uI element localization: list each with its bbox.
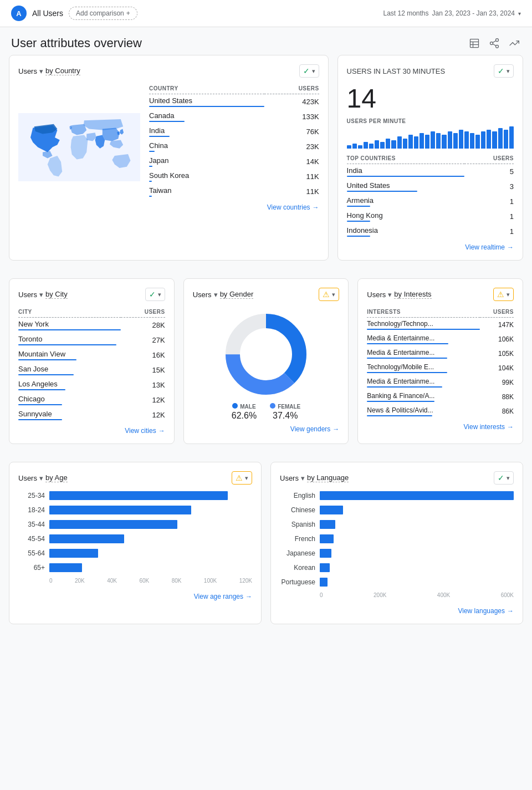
gender-title: Users ▾ by Gender bbox=[193, 290, 254, 299]
view-genders-link[interactable]: View genders → bbox=[193, 425, 340, 433]
view-realtime-link[interactable]: View realtime → bbox=[347, 243, 514, 251]
col-users: USERS bbox=[264, 83, 319, 94]
age-bar-row: 65+ bbox=[18, 563, 252, 572]
bar bbox=[498, 128, 503, 149]
dropdown-arrow-icon-interests: ▾ bbox=[507, 291, 510, 298]
add-comparison-button[interactable]: Add comparison + bbox=[69, 7, 137, 20]
svg-point-6 bbox=[496, 45, 499, 48]
bar bbox=[364, 142, 368, 149]
dropdown-arrow-icon-gender: ▾ bbox=[332, 291, 335, 298]
table-row: New York 28K bbox=[18, 318, 165, 333]
per-minute-chart bbox=[347, 126, 514, 149]
share-icon[interactable] bbox=[488, 37, 501, 50]
trend-icon[interactable] bbox=[508, 37, 521, 50]
city-data-table: CITY USERS New York 28K Toronto 27K Moun… bbox=[18, 307, 165, 422]
bar bbox=[436, 133, 441, 149]
view-age-link[interactable]: View age ranges → bbox=[18, 593, 252, 600]
country-card-header: Users ▾ by Country ✓ ▾ bbox=[18, 64, 319, 78]
table-row: Chicago 12K bbox=[18, 393, 165, 407]
table-row: Media & Entertainme... 106K bbox=[367, 332, 514, 346]
svg-line-7 bbox=[493, 44, 496, 45]
realtime-filter-dropdown[interactable]: ✓ ▾ bbox=[494, 64, 514, 78]
city-card-header: Users ▾ by City ✓ ▾ bbox=[18, 288, 165, 301]
bar bbox=[487, 130, 491, 149]
female-label: FEMALE bbox=[278, 404, 300, 410]
age-bar-chart: 25-34 18-24 35-44 45-54 55-64 bbox=[18, 491, 252, 572]
date-range: Jan 23, 2023 - Jan 23, 2024 bbox=[432, 9, 515, 17]
bar bbox=[397, 136, 402, 149]
dropdown-arrow-icon: ▾ bbox=[312, 68, 315, 75]
table-row: Media & Entertainme... 105K bbox=[367, 346, 514, 361]
city-filter-dropdown[interactable]: ✓ ▾ bbox=[145, 288, 165, 301]
date-range-label: Last 12 months bbox=[383, 9, 428, 17]
bar bbox=[369, 144, 374, 149]
language-bar-row: Japanese bbox=[280, 549, 514, 558]
check-icon-language: ✓ bbox=[498, 473, 504, 482]
bar bbox=[358, 145, 362, 149]
female-dot bbox=[270, 403, 275, 409]
male-dot bbox=[232, 403, 238, 409]
country-table: COUNTRY USERS United States 423K Canada … bbox=[149, 83, 319, 211]
table-row: Technology/Mobile E... 104K bbox=[367, 361, 514, 375]
realtime-count: 14 bbox=[347, 83, 514, 114]
col-city: CITY bbox=[18, 307, 121, 318]
table-row: United States 423K bbox=[149, 94, 319, 110]
gender-filter-dropdown[interactable]: ⚠ ▾ bbox=[319, 288, 339, 301]
age-axis: 020K40K60K80K100K120K bbox=[18, 578, 252, 584]
svg-point-4 bbox=[496, 39, 499, 42]
language-filter-dropdown[interactable]: ✓ ▾ bbox=[494, 471, 514, 485]
view-countries-link[interactable]: View countries → bbox=[149, 203, 319, 211]
all-users-label: All Users bbox=[32, 9, 63, 18]
main-content: Users ▾ by Country ✓ ▾ bbox=[0, 55, 532, 644]
dropdown-arrow-icon-language: ▾ bbox=[507, 475, 510, 482]
date-dropdown-icon[interactable]: ▾ bbox=[518, 11, 521, 17]
country-card-body: COUNTRY USERS United States 423K Canada … bbox=[18, 83, 319, 211]
language-card-header: Users ▾ by Language ✓ ▾ bbox=[280, 471, 514, 485]
country-data-table: COUNTRY USERS United States 423K Canada … bbox=[149, 83, 319, 199]
view-languages-link[interactable]: View languages → bbox=[280, 607, 514, 615]
table-row: San Jose 15K bbox=[18, 363, 165, 378]
bar bbox=[448, 131, 452, 149]
table-row: Banking & Finance/A... 88K bbox=[367, 390, 514, 404]
col-interests: INTERESTS bbox=[367, 307, 479, 318]
female-legend: FEMALE 37.4% bbox=[270, 403, 300, 421]
table-row: India 5 bbox=[347, 164, 514, 180]
bar bbox=[375, 140, 379, 149]
warn-icon-age: ⚠ bbox=[236, 473, 243, 482]
age-card: Users ▾ by Age ⚠ ▾ 25-34 18-24 bbox=[9, 462, 262, 624]
bar bbox=[425, 135, 429, 149]
view-cities-link[interactable]: View cities → bbox=[18, 427, 165, 435]
language-bar-chart: English Chinese Spanish French Japanese bbox=[280, 491, 514, 587]
age-filter-dropdown[interactable]: ⚠ ▾ bbox=[232, 471, 252, 485]
age-card-header: Users ▾ by Age ⚠ ▾ bbox=[18, 471, 252, 485]
view-interests-link[interactable]: View interests → bbox=[367, 423, 514, 431]
row-3: Users ▾ by Age ⚠ ▾ 25-34 18-24 bbox=[9, 462, 523, 633]
bar bbox=[509, 126, 514, 149]
bar bbox=[380, 142, 385, 149]
table-row: Toronto 27K bbox=[18, 333, 165, 348]
age-title: Users ▾ by Age bbox=[18, 473, 68, 482]
bar bbox=[464, 131, 469, 149]
header-icons bbox=[468, 37, 521, 50]
bar bbox=[414, 136, 418, 149]
realtime-header: USERS IN LAST 30 MINUTES ✓ ▾ bbox=[347, 64, 514, 78]
svg-point-5 bbox=[490, 42, 493, 45]
gender-donut-chart bbox=[193, 310, 340, 399]
top-bar-right: Last 12 months Jan 23, 2023 - Jan 23, 20… bbox=[383, 9, 521, 17]
table-row: Canada 133K bbox=[149, 109, 319, 124]
language-card: Users ▾ by Language ✓ ▾ English Chinese bbox=[270, 462, 523, 624]
top-bar-left: A All Users Add comparison + bbox=[11, 6, 137, 21]
table-view-icon[interactable] bbox=[468, 37, 481, 50]
world-map bbox=[18, 83, 140, 211]
top-countries-users-header: USERS bbox=[464, 153, 514, 164]
bar bbox=[504, 130, 508, 149]
realtime-title: USERS IN LAST 30 MINUTES bbox=[347, 67, 445, 75]
language-title: Users ▾ by Language bbox=[280, 473, 349, 482]
check-icon-city: ✓ bbox=[149, 290, 156, 299]
warn-icon-gender: ⚠ bbox=[323, 290, 330, 299]
warn-icon-interests: ⚠ bbox=[497, 290, 504, 299]
interests-filter-dropdown[interactable]: ⚠ ▾ bbox=[493, 288, 514, 301]
country-filter-dropdown[interactable]: ✓ ▾ bbox=[299, 64, 319, 78]
female-pct: 37.4% bbox=[273, 411, 298, 421]
bar bbox=[347, 145, 351, 149]
